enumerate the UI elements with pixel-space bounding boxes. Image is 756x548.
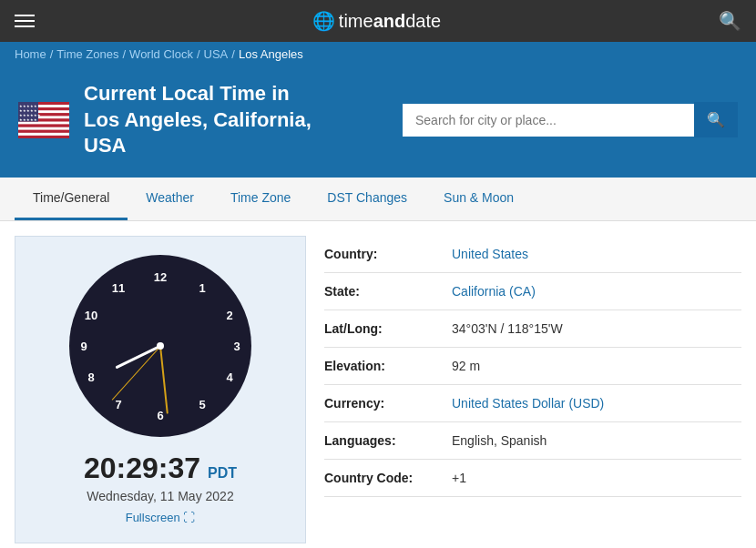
breadcrumb-sep-4: / (231, 47, 235, 61)
tab-dst-changes[interactable]: DST Changes (309, 178, 425, 220)
info-row-currency: Currency: United States Dollar (USD) (324, 385, 741, 422)
info-label-elevation: Elevation: (324, 359, 452, 373)
breadcrumb-worldclock[interactable]: World Clock (129, 47, 193, 61)
hero-section: ★★★★★★ ★★★★★ ★★★★★★ ★★★★★ Current Local … (0, 66, 756, 178)
info-row-elevation: Elevation: 92 m (324, 348, 741, 385)
main-content: 12 1 2 3 4 5 6 7 8 9 10 11 20:29:37 PDT (0, 221, 756, 548)
analog-clock: 12 1 2 3 4 5 6 7 8 9 10 11 (69, 255, 251, 437)
tab-time-general[interactable]: Time/General (15, 178, 128, 220)
info-label-state: State: (324, 284, 452, 299)
hero-title: Current Local Time in Los Angeles, Calif… (84, 81, 312, 159)
info-row-country-code: Country Code: +1 (324, 460, 741, 497)
logo: 🌐 timeanddate (312, 10, 441, 32)
breadcrumb-current: Los Angeles (239, 47, 303, 61)
info-value-currency[interactable]: United States Dollar (USD) (452, 396, 604, 411)
fullscreen-link[interactable]: Fullscreen ⛶ (126, 511, 196, 524)
info-row-languages: Languages: English, Spanish (324, 422, 741, 460)
clock-panel: 12 1 2 3 4 5 6 7 8 9 10 11 20:29:37 PDT (15, 236, 306, 543)
breadcrumb-home[interactable]: Home (15, 47, 46, 61)
clock-num-10: 10 (85, 308, 97, 321)
info-row-latlong: Lat/Long: 34°03'N / 118°15'W (324, 310, 741, 348)
logo-icon: 🌐 (312, 10, 335, 32)
clock-num-12: 12 (154, 269, 167, 283)
clock-num-9: 9 (80, 339, 87, 352)
info-value-latlong: 34°03'N / 118°15'W (452, 321, 563, 336)
tab-weather[interactable]: Weather (128, 178, 212, 220)
svg-rect-8 (18, 125, 69, 127)
svg-rect-7 (18, 121, 69, 124)
clock-num-5: 5 (199, 397, 205, 411)
info-label-languages: Languages: (324, 433, 452, 448)
tabs-nav: Time/General Weather Time Zone DST Chang… (0, 178, 756, 221)
tab-sun-moon[interactable]: Sun & Moon (425, 178, 532, 220)
info-label-latlong: Lat/Long: (324, 321, 452, 336)
clock-num-3: 3 (233, 339, 240, 352)
svg-rect-11 (18, 133, 69, 136)
clock-num-8: 8 (87, 370, 94, 383)
clock-num-4: 4 (226, 370, 232, 383)
breadcrumb-sep-1: / (50, 47, 54, 61)
info-label-country: Country: (324, 247, 452, 261)
clock-num-1: 1 (199, 280, 205, 294)
info-label-country-code: Country Code: (324, 471, 452, 485)
search-button[interactable]: 🔍 (694, 102, 738, 137)
hero-left: ★★★★★★ ★★★★★ ★★★★★★ ★★★★★ Current Local … (18, 81, 312, 159)
breadcrumb: Home / Time Zones / World Clock / USA / … (0, 42, 756, 66)
clock-num-7: 7 (115, 397, 121, 411)
clock-date: Wednesday, 11 May 2022 (87, 489, 233, 503)
svg-rect-10 (18, 130, 69, 133)
breadcrumb-sep-3: / (197, 47, 200, 61)
clock-num-11: 11 (112, 280, 125, 294)
info-table: Country: United States State: California… (324, 236, 741, 543)
info-value-country-code: +1 (452, 471, 466, 485)
info-row-state: State: California (CA) (324, 273, 741, 310)
breadcrumb-timezones[interactable]: Time Zones (56, 47, 118, 61)
logo-text: timeanddate (339, 11, 441, 32)
breadcrumb-usa[interactable]: USA (204, 47, 229, 61)
info-value-state[interactable]: California (CA) (452, 284, 536, 299)
search-bar: 🔍 (403, 102, 738, 137)
clock-center-dot (157, 342, 164, 350)
clock-num-6: 6 (157, 408, 163, 421)
svg-rect-9 (18, 127, 69, 130)
svg-rect-12 (18, 136, 69, 138)
hamburger-menu[interactable] (15, 15, 35, 27)
info-label-currency: Currency: (324, 396, 452, 411)
header-search-icon[interactable]: 🔍 (719, 10, 741, 32)
info-value-country[interactable]: United States (452, 247, 528, 261)
svg-text:★★★★★: ★★★★★ (19, 117, 37, 122)
info-value-elevation: 92 m (452, 359, 480, 373)
digital-time: 20:29:37 PDT (84, 452, 237, 485)
header: 🌐 timeanddate 🔍 (0, 0, 756, 42)
tab-time-zone[interactable]: Time Zone (212, 178, 309, 220)
clock-num-2: 2 (226, 308, 232, 321)
search-input[interactable] (403, 104, 694, 137)
info-row-country: Country: United States (324, 236, 741, 273)
breadcrumb-sep-2: / (122, 47, 126, 61)
us-flag: ★★★★★★ ★★★★★ ★★★★★★ ★★★★★ (18, 102, 69, 138)
info-value-languages: English, Spanish (452, 433, 547, 448)
